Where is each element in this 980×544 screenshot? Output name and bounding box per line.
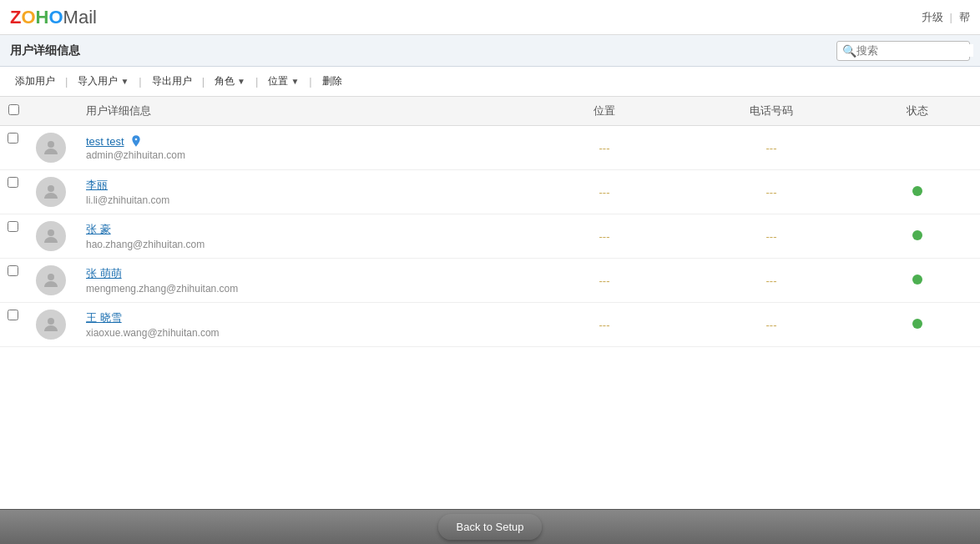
select-all-checkbox[interactable] [8,104,19,115]
header-divider: | [950,11,952,23]
avatar-cell [28,259,78,303]
row-checkbox-cell [0,126,25,150]
search-box[interactable]: 🔍 [836,41,970,61]
logo-h: H [36,7,49,28]
user-email: hao.zhang@zhihuitan.com [86,239,513,250]
footer-spacer [0,467,980,509]
role-arrow-icon: ▼ [237,77,245,86]
avatar [36,133,66,163]
user-detail-cell: 李丽li.li@zhihuitan.com [78,170,521,214]
user-email: li.li@zhihuitan.com [86,194,513,206]
user-detail-cell: test testadmin@zhihuitan.com [78,126,521,170]
col-status: 状态 [855,97,980,126]
phone-cell: --- [688,170,855,214]
row-checkbox-cell [0,259,25,283]
phone-cell: --- [688,126,855,170]
user-name-link[interactable]: 张 豪 [86,222,111,237]
header-right: 升级 | 帮 [922,10,970,25]
user-name-link[interactable]: 张 萌萌 [86,266,122,281]
table-row: 张 豪hao.zhang@zhihuitan.com------ [0,214,980,259]
position-cell: --- [521,259,688,303]
admin-icon [129,134,143,148]
phone-cell: --- [688,214,855,259]
user-name-link[interactable]: 王 晓雪 [86,310,122,325]
col-position: 位置 [521,97,688,126]
sep4: | [254,75,260,88]
user-detail-cell: 张 萌萌mengmeng.zhang@zhihuitan.com [78,259,521,303]
sep5: | [307,75,313,88]
sep1: | [63,75,69,88]
export-user-button[interactable]: 导出用户 [147,73,197,90]
app-header: ZOHO Mail 升级 | 帮 [0,0,980,35]
position-cell: --- [521,126,688,170]
search-input[interactable] [856,44,973,57]
logo: ZOHO Mail [10,7,97,28]
status-badge [912,275,922,285]
avatar-cell [28,170,78,214]
help-link[interactable]: 帮 [959,10,970,25]
status-badge [912,230,922,240]
avatar [36,310,66,340]
status-cell [855,214,980,259]
users-table: 用户详细信息 位置 电话号码 状态 test testadmin@zhihuit… [0,97,980,347]
row-checkbox[interactable] [8,265,18,276]
import-user-button[interactable]: 导入用户 ▼ [73,73,134,90]
user-detail-cell: 张 豪hao.zhang@zhihuitan.com [78,214,521,259]
phone-cell: --- [688,259,855,303]
row-checkbox[interactable] [8,133,18,144]
add-user-button[interactable]: 添加用户 [10,73,60,90]
position-arrow-icon: ▼ [290,77,299,86]
avatar [36,221,66,251]
position-cell: --- [521,214,688,259]
page-title: 用户详细信息 [10,43,80,58]
user-email: xiaoxue.wang@zhihuitan.com [86,327,513,339]
row-checkbox[interactable] [8,310,18,320]
footer-bar: Back to Setup [0,509,980,544]
svg-point-3 [48,274,54,280]
col-avatar [28,97,78,126]
back-to-setup-button[interactable]: Back to Setup [438,514,543,540]
svg-point-1 [48,185,54,192]
logo-mail: Mail [63,7,97,28]
status-badge [912,186,922,196]
row-checkbox[interactable] [8,221,18,232]
role-button[interactable]: 角色 ▼ [210,73,250,90]
table-row: test testadmin@zhihuitan.com------ [0,126,980,170]
user-name-link[interactable]: test test [86,135,124,148]
row-checkbox-cell [0,303,25,327]
avatar-cell [28,303,78,347]
position-button[interactable]: 位置 ▼ [263,73,304,90]
table-row: 李丽li.li@zhihuitan.com------ [0,170,980,214]
toolbar: 添加用户 | 导入用户 ▼ | 导出用户 | 角色 ▼ | 位置 ▼ | 删除 [0,67,980,97]
avatar [36,177,66,207]
logo-o1: O [21,7,35,28]
status-badge [912,319,922,329]
row-checkbox-cell [0,214,25,239]
avatar [36,265,66,295]
sep2: | [137,75,143,88]
users-table-container: 用户详细信息 位置 电话号码 状态 test testadmin@zhihuit… [0,97,980,467]
status-cell [855,259,980,303]
users-tbody: test testadmin@zhihuitan.com------李丽li.l… [0,126,980,347]
upgrade-link[interactable]: 升级 [922,10,943,25]
position-cell: --- [521,170,688,214]
row-checkbox[interactable] [8,177,18,188]
svg-point-2 [48,229,54,236]
user-detail-cell: 王 晓雪xiaoxue.wang@zhihuitan.com [78,303,521,347]
search-icon: 🔍 [842,44,856,58]
position-cell: --- [521,303,688,347]
user-name-link[interactable]: 李丽 [86,178,108,193]
user-email: admin@zhihuitan.com [86,149,513,161]
table-row: 张 萌萌mengmeng.zhang@zhihuitan.com------ [0,259,980,303]
phone-cell: --- [688,303,855,347]
logo-z: Z [10,7,21,28]
col-user-detail: 用户详细信息 [78,97,521,126]
col-checkbox [0,97,28,126]
avatar-cell [28,214,78,259]
status-cell [855,170,980,214]
user-email: mengmeng.zhang@zhihuitan.com [86,283,513,295]
status-cell [855,303,980,347]
import-arrow-icon: ▼ [120,77,129,86]
delete-button[interactable]: 删除 [317,73,347,90]
table-header-row: 用户详细信息 位置 电话号码 状态 [0,97,980,126]
